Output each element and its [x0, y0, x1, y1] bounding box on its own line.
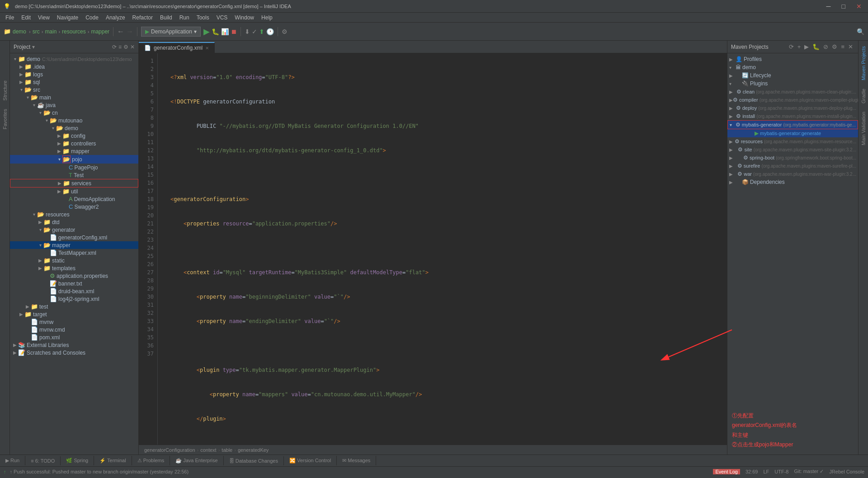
maximize-button[interactable]: □ [839, 2, 848, 11]
todo-tab[interactable]: ≡ 6: TODO [25, 456, 61, 465]
tree-item-test-dir[interactable]: ▶ 📁 test [10, 303, 138, 310]
tree-item-log4j2[interactable]: ▶ 📄 log4j2-spring.xml [10, 295, 138, 303]
tree-item-cn[interactable]: ▾ 📂 cn [10, 109, 138, 117]
position-status[interactable]: 32:69 [745, 469, 758, 474]
menu-code[interactable]: Code [82, 14, 102, 22]
maven-compiler[interactable]: ▶ ⚙ compiler (org.apache.maven.plugins:m… [727, 96, 858, 104]
maven-deploy[interactable]: ▶ ⚙ deploy (org.apache.maven.plugins:mav… [727, 104, 858, 112]
tree-item-target[interactable]: ▶ 📁 target [10, 310, 138, 318]
vcs-tab[interactable]: 🔀 Version Control [284, 456, 337, 465]
settings-icon[interactable]: ⚙ [123, 44, 128, 50]
tree-item-pagepojo[interactable]: ▶ C PagePojo [10, 164, 138, 171]
menu-file[interactable]: File [2, 14, 18, 22]
messages-tab[interactable]: ✉ Messages [337, 456, 376, 465]
tree-item-mapper-dir[interactable]: ▾ 📂 mapper [10, 241, 138, 249]
tree-item-appprops[interactable]: ▶ ⚙ application.properties [10, 272, 138, 280]
tree-item-generatorconfig[interactable]: ▶ 📄 generatorConfig.xml [10, 234, 138, 241]
close-button[interactable]: ✕ [854, 2, 864, 11]
tree-item-idea[interactable]: ▶ 📁 .idea [10, 63, 138, 70]
maven-install[interactable]: ▶ ⚙ install (org.apache.maven.plugins:ma… [727, 112, 858, 120]
menu-analyze[interactable]: Analyze [102, 14, 129, 22]
tree-item-pojo[interactable]: ▾ 📂 pojo [10, 155, 138, 164]
tree-item-scratches[interactable]: ▶ 📝 Scratches and Consoles [10, 349, 138, 356]
maven-plugins[interactable]: ▾ 🔌 Plugins [727, 80, 858, 88]
maven-clean[interactable]: ▶ ⚙ clean (org.apache.maven.plugins:mave… [727, 88, 858, 96]
maven-collapse-btn[interactable]: ≡ [840, 42, 846, 51]
back-button[interactable]: ← [117, 28, 124, 36]
tree-item-config[interactable]: ▶ 📁 config [10, 132, 138, 140]
toolbar-mapper[interactable]: mapper [91, 28, 109, 35]
encoding-status[interactable]: UTF-8 [774, 469, 788, 474]
toolbar-main[interactable]: main [45, 28, 57, 35]
breadcrumb-table[interactable]: table [222, 447, 232, 453]
java-enterprise-tab[interactable]: ☕ Java Enterprise [170, 456, 223, 465]
run-with-coverage[interactable]: 📊 [221, 28, 229, 35]
maven-refresh-btn[interactable]: ⟳ [788, 42, 795, 51]
editor-tab-generatorconfig[interactable]: 📄 generatorConfig.xml ✕ [139, 42, 215, 53]
problems-tab[interactable]: ⚠ Problems [132, 456, 170, 465]
structure-tab[interactable]: Structure [1, 77, 9, 104]
tab-close-icon[interactable]: ✕ [205, 46, 209, 51]
git-commit[interactable]: ✓ [252, 28, 257, 35]
tree-item-druid[interactable]: ▶ 📄 druid-bean.xml [10, 287, 138, 295]
tree-item-swagger2[interactable]: ▶ C Swagger2 [10, 203, 138, 211]
maven-resources[interactable]: ▶ ⚙ resources (org.apache.maven.plugins:… [727, 137, 858, 145]
collapse-icon[interactable]: ≡ [118, 44, 122, 50]
main-validation-tab[interactable]: Main Validation [859, 108, 868, 149]
tree-item-logs[interactable]: ▶ 📁 logs [10, 70, 138, 78]
sync-icon[interactable]: ⟳ [112, 44, 117, 50]
debug-button[interactable]: 🐛 [212, 28, 219, 35]
tree-item-main[interactable]: ▾ 📂 main [10, 94, 138, 101]
maven-surefire[interactable]: ▶ ⚙ surefire (org.apache.maven.plugins:m… [727, 162, 858, 170]
maven-dependencies[interactable]: ▶ 📦 Dependencies [727, 178, 858, 186]
tree-item-mvnw[interactable]: ▶ 📄 mvnw [10, 318, 138, 326]
search-everywhere[interactable]: 🔍 [857, 28, 864, 35]
tree-item-services[interactable]: ▶ 📁 services [10, 179, 138, 187]
tree-item-ext-libs[interactable]: ▶ 📚 External Libraries [10, 341, 138, 349]
forward-button[interactable]: → [126, 28, 133, 36]
tree-item-demo[interactable]: ▾ 📂 demo [10, 124, 138, 132]
tree-item-test-class[interactable]: ▶ T Test [10, 171, 138, 179]
tree-item-templates[interactable]: ▶ 📁 templates [10, 264, 138, 272]
maven-skip-tests-btn[interactable]: ⊘ [822, 42, 830, 51]
maven-settings-btn[interactable]: ⚙ [830, 42, 839, 51]
code-editor[interactable]: <?xml version="1.0" encoding="UTF-8"?> <… [167, 53, 727, 445]
menu-build[interactable]: Build [156, 14, 176, 22]
minimize-button[interactable]: ─ [824, 2, 834, 11]
tree-item-mutounao[interactable]: ▾ 📂 mutounao [10, 117, 138, 124]
maven-spring-boot[interactable]: ▶ ⚙ spring-boot (org.springframework.boo… [727, 154, 858, 162]
menu-refactor[interactable]: Refactor [129, 14, 156, 22]
tree-item-java[interactable]: ▾ ☕ java [10, 101, 138, 109]
tree-item-banner[interactable]: ▶ 📝 banner.txt [10, 280, 138, 287]
lf-status[interactable]: LF [763, 469, 769, 474]
run-config[interactable]: ▶ DemoApplication ▾ [141, 27, 201, 37]
favorites-tab[interactable]: Favorites [1, 105, 9, 133]
jrebel-status[interactable]: JRebel Console [829, 469, 864, 474]
terminal-tab[interactable]: ⚡ Terminal [94, 456, 132, 465]
menu-window[interactable]: Window [231, 14, 258, 22]
run-tab[interactable]: ▶ Run [0, 456, 25, 465]
toolbar-src[interactable]: src [33, 28, 40, 35]
maven-profiles[interactable]: ▶ 👤 Profiles [727, 55, 858, 63]
event-log-status[interactable]: Event Log [713, 469, 740, 474]
toolbar-resources[interactable]: resources [62, 28, 86, 35]
menu-tools[interactable]: Tools [193, 14, 213, 22]
maven-hide-btn[interactable]: ✕ [847, 42, 854, 51]
breadcrumb-context[interactable]: context [200, 447, 216, 453]
maven-demo-root[interactable]: ▾ 🏛 demo [727, 63, 858, 71]
tree-item-generator[interactable]: ▾ 📂 generator [10, 226, 138, 234]
menu-help[interactable]: Help [258, 14, 276, 22]
tree-item-demo-root[interactable]: ▾ 📁 demo C:\Users\admin\Desktop\demo123\… [10, 55, 138, 63]
tree-item-util[interactable]: ▶ 📁 util [10, 187, 138, 195]
maven-debug-btn[interactable]: 🐛 [811, 42, 821, 51]
menu-edit[interactable]: Edit [18, 14, 34, 22]
project-name[interactable]: demo [13, 28, 26, 35]
maven-run-btn[interactable]: ▶ [803, 42, 810, 51]
maven-mybatis-generator[interactable]: ▾ ⚙ mybatis-generator (org.mybatis.gener… [727, 120, 858, 129]
spring-tab[interactable]: 🌿 Spring [61, 456, 94, 465]
git-history[interactable]: 🕐 [266, 28, 274, 35]
tree-item-mvnwcmd[interactable]: ▶ 📄 mvnw.cmd [10, 326, 138, 333]
menu-view[interactable]: View [34, 14, 53, 22]
git-status[interactable]: Git: master ✓ [794, 469, 824, 474]
settings-button[interactable]: ⚙ [282, 28, 288, 35]
